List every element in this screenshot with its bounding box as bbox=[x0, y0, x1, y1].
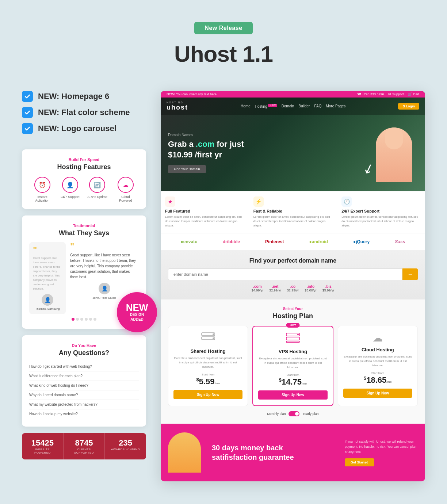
content-row: NEW: Homepage 6 NEW: Flat color scheme N… bbox=[0, 91, 447, 481]
cloud-hosting-desc: Excepteur sint occaecat cupidatat non pr… bbox=[343, 355, 412, 368]
nav-hosting[interactable]: Hosting NEW bbox=[255, 104, 277, 108]
hero-subtitle: Domain Names bbox=[168, 133, 370, 137]
faq-title: Any Questions? bbox=[29, 349, 139, 357]
feature-label-3: NEW: Logo carousel bbox=[38, 124, 116, 133]
faq-item-4[interactable]: Why do I need domain name? bbox=[29, 390, 139, 400]
money-back-desc: If you not satisfy with Uhost, we will r… bbox=[345, 439, 418, 455]
hero-section: NEW! You can insert any text here... ☎ +… bbox=[161, 91, 425, 191]
price-com: $4.99/yr bbox=[252, 289, 264, 292]
ext-co: .co bbox=[287, 285, 299, 289]
shared-hosting-card: Shared Hosting Excepteur sint occaecat c… bbox=[168, 326, 248, 406]
nav-builder[interactable]: Builder bbox=[298, 104, 310, 108]
faq-item-2[interactable]: What is difference for each plan? bbox=[29, 371, 139, 381]
vps-hosting-name: VPS Hosting bbox=[258, 349, 327, 354]
main-title: Uhost 1.1 bbox=[7, 41, 440, 67]
stat-1: 15425 WEBSITE POWERED bbox=[22, 433, 64, 459]
dot-2[interactable] bbox=[76, 318, 79, 321]
quote-mark: " bbox=[33, 246, 62, 255]
hosting-plans: Shared Hosting Excepteur sint occaecat c… bbox=[168, 326, 418, 406]
hero-topbar: NEW! You can insert any text here... ☎ +… bbox=[161, 91, 425, 98]
domain-search-input[interactable] bbox=[168, 268, 402, 280]
dot-5[interactable] bbox=[89, 318, 92, 321]
mini-icon-4: ☁ Cloud Powered bbox=[115, 177, 137, 202]
cloud-price: $18.65/mo bbox=[343, 375, 412, 385]
cloud-price-label: Start from bbox=[343, 371, 412, 375]
nav-more[interactable]: More Pages bbox=[326, 104, 345, 108]
hero-title: Grab a .com for just$10.99 /first yr bbox=[168, 139, 370, 160]
mini-icon-1: ⏰ Instant Activation bbox=[31, 177, 53, 202]
nav-logo-text: uhost bbox=[167, 104, 188, 111]
nav-faq[interactable]: FAQ bbox=[314, 104, 321, 108]
dot-3[interactable] bbox=[80, 318, 83, 321]
testimonial-title: What They Says bbox=[29, 229, 139, 237]
nav-logo: HOSTING uhost bbox=[167, 101, 188, 111]
icon-label-1: Instant Activation bbox=[31, 195, 53, 202]
hosting-new-badge: NEW bbox=[268, 104, 277, 107]
cloud-icon: ☁ bbox=[118, 177, 134, 193]
dot-6[interactable] bbox=[93, 318, 96, 321]
cloud-hosting-name: Cloud Hosting bbox=[343, 347, 412, 352]
nav-logo-sub: HOSTING bbox=[167, 101, 188, 104]
support-24-7-icon: 🕐 bbox=[341, 196, 352, 207]
domain-price-biz: .biz $5.99/yr bbox=[322, 285, 335, 292]
icon-label-3: 99.9% Uptime bbox=[87, 195, 107, 199]
feature-item-3: NEW: Logo carousel bbox=[22, 123, 146, 134]
topbar-phone: ☎ +298 333 5296 bbox=[357, 92, 384, 96]
vps-price-label: Start from bbox=[258, 373, 327, 377]
dot-4[interactable] bbox=[85, 318, 88, 321]
jquery-logo: ●jQuery bbox=[353, 239, 370, 244]
icon-label-4: Cloud Powered bbox=[115, 195, 137, 202]
vps-signup-button[interactable]: Sign Up Now bbox=[258, 390, 327, 400]
feature-fast: ⚡ Fast & Reliable Lorem ipsum dolor sit … bbox=[249, 191, 337, 233]
testimonial-left-col: " Great support, like I have never seen … bbox=[29, 242, 66, 314]
stat-number-2: 8745 bbox=[69, 438, 100, 448]
testimonial-right-text: Great support, like I have never seen be… bbox=[70, 252, 139, 280]
get-started-button[interactable]: Get Started bbox=[345, 458, 374, 466]
testimonial-card: Testimonial What They Says " Great suppo… bbox=[22, 215, 146, 329]
shared-price: $5.59/mo bbox=[173, 377, 242, 386]
feature-full: ★ Full Featured Lorem ipsum dolor sit am… bbox=[161, 191, 249, 233]
dot-1[interactable] bbox=[72, 318, 74, 321]
cloud-hosting-icon: ☁ bbox=[343, 332, 412, 344]
nav-domain[interactable]: Domain bbox=[282, 104, 294, 108]
testimonial-author-left: Thomas, Samsung bbox=[33, 307, 62, 310]
new-design-badge: NEW DESIGNADDED bbox=[117, 292, 157, 332]
nav-login-button[interactable]: B Login bbox=[398, 103, 419, 110]
topbar-left: NEW! You can insert any text here... bbox=[167, 92, 219, 96]
find-domain-button[interactable]: Find Your Domain bbox=[168, 165, 206, 173]
hosting-card-title: Hosting Features bbox=[29, 163, 139, 171]
toggle-knob bbox=[295, 412, 299, 416]
full-featured-title: Full Featured bbox=[165, 209, 244, 213]
vps-hosting-icon bbox=[258, 332, 327, 346]
stat-label-3: AWARDS WINNING bbox=[110, 448, 141, 451]
faq-item-3[interactable]: What kind of web hosting do I need? bbox=[29, 381, 139, 390]
fast-reliable-title: Fast & Reliable bbox=[253, 209, 333, 213]
hot-badge: HOT bbox=[286, 323, 300, 328]
support-24-7-text: Lorem ipsum dolor sit amet, consectetur … bbox=[341, 215, 421, 228]
stat-number-1: 15425 bbox=[27, 438, 58, 448]
faq-item-6[interactable]: How do I backup my website? bbox=[29, 409, 139, 419]
hero-content: Domain Names Grab a .com for just$10.99 … bbox=[161, 115, 425, 191]
testimonial-left-text: Great support, like I have never seen be… bbox=[33, 256, 62, 291]
quote-mark-right: " bbox=[70, 242, 139, 251]
nav-home[interactable]: Home bbox=[241, 104, 251, 108]
faq-subtitle: Do You Have bbox=[29, 343, 139, 348]
mini-icon-2: 👤 24/7 Support bbox=[61, 177, 80, 202]
topbar-right: ☎ +298 333 5296 ✉ Support 🛒 Cart bbox=[357, 92, 419, 96]
money-back-text: 30 days money backsatifisfaction guarant… bbox=[212, 443, 337, 462]
faq-item-5[interactable]: What my website protected from hackers? bbox=[29, 400, 139, 409]
faq-item-1[interactable]: How do I get started with web hosting? bbox=[29, 362, 139, 371]
money-back-section: 30 days money backsatifisfaction guarant… bbox=[161, 424, 425, 481]
shared-signup-button[interactable]: Sign Up Now bbox=[173, 390, 242, 399]
uptime-icon: 🔄 bbox=[89, 177, 105, 193]
domain-search-button[interactable]: → bbox=[402, 268, 418, 280]
icon-label-2: 24/7 Support bbox=[61, 195, 80, 199]
hosting-subtitle: Select Your bbox=[168, 307, 418, 311]
left-column: NEW: Homepage 6 NEW: Flat color scheme N… bbox=[22, 91, 146, 459]
shared-hosting-icon bbox=[173, 332, 242, 345]
full-featured-text: Lorem ipsum dolor sit amet, consectetur … bbox=[165, 215, 244, 228]
billing-toggle[interactable] bbox=[289, 411, 299, 416]
domain-search-title: Find your perfect domain name bbox=[168, 257, 418, 264]
cloud-signup-button[interactable]: Sign Up Now bbox=[343, 389, 412, 398]
vps-hosting-desc: Excepteur sint occaecat cupidatat non pr… bbox=[258, 356, 327, 370]
